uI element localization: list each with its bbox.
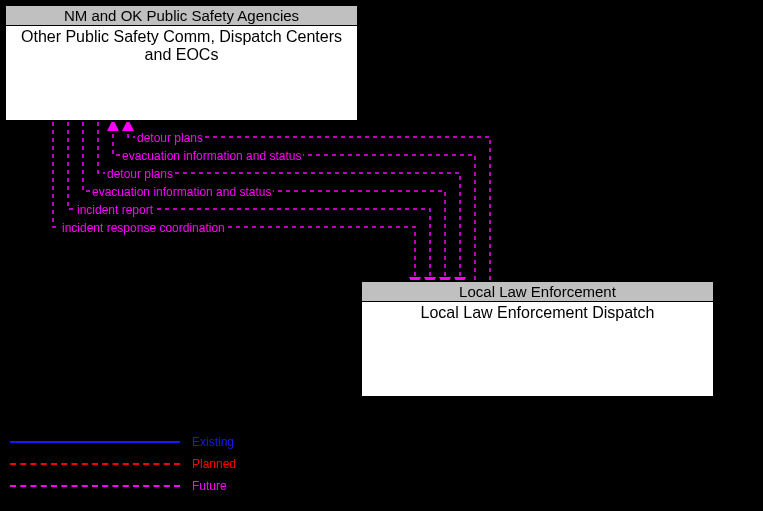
flow-label: evacuation information and status — [120, 149, 303, 163]
box-law-enforcement-header: Local Law Enforcement — [362, 282, 713, 302]
legend-label: Planned — [192, 457, 236, 471]
box-public-safety[interactable]: NM and OK Public Safety Agencies Other P… — [4, 4, 359, 122]
flow-label: incident response coordination — [60, 221, 227, 235]
legend-label: Future — [192, 479, 227, 493]
box-public-safety-body: Other Public Safety Comm, Dispatch Cente… — [6, 26, 357, 67]
box-law-enforcement-body: Local Law Enforcement Dispatch — [362, 302, 713, 324]
line-icon — [10, 485, 180, 487]
line-icon — [10, 463, 180, 465]
legend-future: Future — [10, 475, 236, 497]
flow-label: detour plans — [105, 167, 175, 181]
line-icon — [10, 441, 180, 443]
flow-label: incident report — [75, 203, 155, 217]
flow-label: evacuation information and status — [90, 185, 273, 199]
legend-planned: Planned — [10, 453, 236, 475]
box-law-enforcement[interactable]: Local Law Enforcement Local Law Enforcem… — [360, 280, 715, 398]
legend-label: Existing — [192, 435, 234, 449]
legend-existing: Existing — [10, 431, 236, 453]
box-public-safety-header: NM and OK Public Safety Agencies — [6, 6, 357, 26]
legend: Existing Planned Future — [10, 431, 236, 497]
flow-label: detour plans — [135, 131, 205, 145]
